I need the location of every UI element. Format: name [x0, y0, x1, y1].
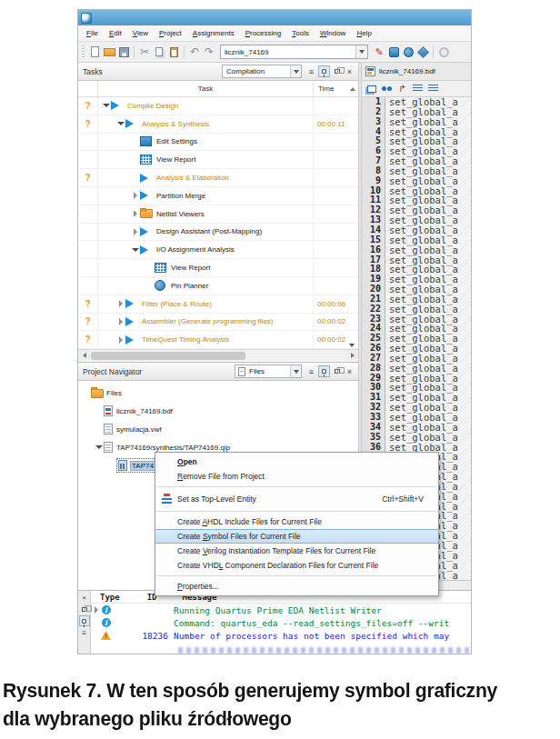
file-files[interactable]: Files	[78, 384, 358, 402]
scroll-right-icon[interactable]	[346, 350, 358, 361]
editor-tab[interactable]: licznik_74169.bdf	[379, 67, 435, 75]
menu-assignments[interactable]: Assignments	[187, 27, 240, 39]
task-column-header[interactable]: Task	[98, 85, 313, 93]
expander-icon[interactable]	[93, 606, 100, 614]
menu-processing[interactable]: Processing	[240, 27, 287, 39]
type-column-header[interactable]: Type	[100, 593, 120, 602]
context-menu-item-create-verilog-instantiation-template-fi[interactable]: Create Verilog Instantiation Template Fi…	[155, 544, 438, 558]
expander-icon[interactable]	[131, 192, 140, 199]
context-menu-item-open[interactable]: Open	[155, 454, 438, 469]
menu-button[interactable]: ≡	[305, 65, 317, 77]
menu-file[interactable]: File	[81, 27, 104, 39]
expander-icon[interactable]	[116, 300, 125, 307]
assignment-editor-icon[interactable]	[386, 45, 401, 59]
jump-arrow-icon[interactable]: ↱	[395, 83, 409, 95]
task-fitter-place-route[interactable]: ?Fitter (Place & Route)00:00:06	[78, 295, 358, 314]
context-menu-item-create-vhdl-component-declaration-files-[interactable]: Create VHDL Component Declaration Files …	[155, 558, 438, 573]
message-row[interactable]: !18236Number of processors has not been …	[91, 629, 472, 642]
expander-icon[interactable]	[102, 104, 111, 107]
message-row[interactable]: iRunning Quartus Prime EDA Netlist Write…	[91, 604, 472, 616]
task-compile-design[interactable]: ?Compile Design	[78, 97, 358, 115]
project-select[interactable]: licznik_74169	[220, 45, 368, 59]
menu-help[interactable]: Help	[351, 27, 376, 39]
pin-planner-icon[interactable]	[401, 45, 415, 59]
expander-icon[interactable]	[116, 318, 125, 325]
chevron-down-icon[interactable]	[290, 365, 301, 377]
expander-icon[interactable]	[116, 122, 125, 125]
expander-icon[interactable]	[131, 210, 140, 217]
window-copy-icon[interactable]	[365, 83, 378, 95]
expander-icon[interactable]	[131, 248, 140, 252]
tasks-horizontal-scrollbar[interactable]	[78, 349, 358, 361]
open-file-icon[interactable]	[102, 45, 116, 59]
menu-project[interactable]: Project	[154, 27, 187, 39]
scroll-left-icon[interactable]	[78, 350, 90, 361]
code-line[interactable]: 3set_global_a	[362, 117, 472, 127]
task-edit-settings[interactable]: Edit Settings	[78, 134, 358, 152]
task-design-assistant-post-mapping[interactable]: Design Assistant (Post-Mapping)	[78, 224, 358, 242]
titlebar[interactable]	[78, 10, 471, 25]
context-menu-item-create-symbol-files-for-current-file[interactable]: Create Symbol Files for Current File	[155, 529, 438, 544]
task-partition-merge[interactable]: Partition Merge	[78, 187, 358, 205]
file-symulacja-vwf[interactable]: symulacja.vwf	[78, 420, 358, 438]
menu-button[interactable]: ≡	[79, 627, 90, 638]
message-row[interactable]: iCommand: quartus_eda --read_settings_fi…	[91, 616, 472, 629]
scroll-down-icon[interactable]	[349, 344, 355, 347]
task-assembler-generate-programming-files[interactable]: ?Assembler (Generate programming files)0…	[78, 314, 358, 332]
new-file-icon[interactable]	[87, 45, 102, 59]
context-menu-item-properties[interactable]: Properties...	[155, 579, 438, 594]
menu-view[interactable]: View	[127, 27, 154, 39]
float-button[interactable]	[79, 604, 90, 614]
task-view-report[interactable]: View Report	[78, 259, 358, 277]
chevron-down-icon[interactable]	[290, 65, 301, 77]
expander-icon[interactable]	[116, 336, 125, 344]
navigator-view-select[interactable]: Files	[235, 365, 302, 378]
task-timequest-timing-analysis[interactable]: ?TimeQuest Timing Analysis00:00:02	[78, 331, 358, 349]
edit-pencil-icon[interactable]: ✎	[372, 45, 386, 59]
close-button[interactable]: ×	[344, 65, 355, 77]
pin-button[interactable]	[318, 65, 330, 77]
task-analysis-synthesis[interactable]: ?Analysis & Synthesis00:00:11	[78, 115, 358, 134]
context-menu-item-remove-file-from-project[interactable]: Remove File from Project	[155, 469, 438, 484]
pin-button[interactable]	[318, 365, 330, 377]
device-icon[interactable]	[415, 45, 430, 59]
find-binoculars-icon[interactable]	[380, 83, 394, 95]
expander-icon[interactable]	[131, 228, 140, 235]
code-line[interactable]: 16set_global_a	[362, 245, 472, 255]
indent-a-icon[interactable]	[411, 83, 425, 95]
pin-button[interactable]	[79, 615, 90, 626]
expander-icon[interactable]	[95, 445, 104, 449]
code-line[interactable]: 22set_global_a	[362, 305, 472, 315]
code-line[interactable]: 9set_global_a	[362, 176, 472, 186]
indent-b-icon[interactable]	[426, 83, 440, 95]
context-menu-item-set-as-top-level-entity[interactable]: Set as Top-Level EntityCtrl+Shift+V	[155, 490, 438, 508]
close-button[interactable]: ×	[79, 592, 90, 603]
float-button[interactable]	[331, 65, 343, 77]
code-line[interactable]: 35set_global_a	[362, 433, 472, 443]
scroll-up-icon[interactable]	[350, 87, 355, 91]
menu-window[interactable]: Window	[315, 27, 351, 39]
undo-icon[interactable]: ↶	[187, 45, 202, 59]
task-analysis-elaboration[interactable]: ?Analysis & Elaboration	[78, 169, 358, 187]
save-icon[interactable]	[116, 45, 131, 59]
context-menu-item-create-ahdl-include-files-for-current-fi[interactable]: Create AHDL Include Files for Current Fi…	[155, 514, 438, 529]
chevron-down-icon[interactable]	[355, 45, 367, 58]
cut-icon[interactable]: ✂	[137, 45, 152, 59]
file-licznik-74169-bdf[interactable]: licznik_74169.bdf	[78, 402, 358, 420]
task-pin-planner[interactable]: Pin Planner	[78, 277, 358, 295]
copy-icon[interactable]	[152, 45, 166, 59]
task-i-o-assignment-analysis[interactable]: I/O Assignment Analysis	[78, 241, 358, 259]
menu-button[interactable]: ≡	[305, 365, 317, 377]
code-line[interactable]: 28set_global_a	[362, 364, 472, 374]
float-button[interactable]	[331, 365, 343, 377]
menu-tools[interactable]: Tools	[286, 27, 315, 39]
task-view-report[interactable]: View Report	[78, 151, 358, 169]
paste-icon[interactable]	[166, 45, 181, 59]
task-netlist-viewers[interactable]: Netlist Viewers	[78, 205, 358, 224]
scrollbar-thumb[interactable]	[91, 352, 245, 360]
stp-disabled-icon[interactable]	[436, 45, 451, 59]
menu-edit[interactable]: Edit	[104, 27, 127, 39]
close-button[interactable]: ×	[344, 365, 355, 377]
redo-icon[interactable]: ↷	[202, 45, 216, 59]
flow-select[interactable]: Compilation	[222, 65, 302, 78]
